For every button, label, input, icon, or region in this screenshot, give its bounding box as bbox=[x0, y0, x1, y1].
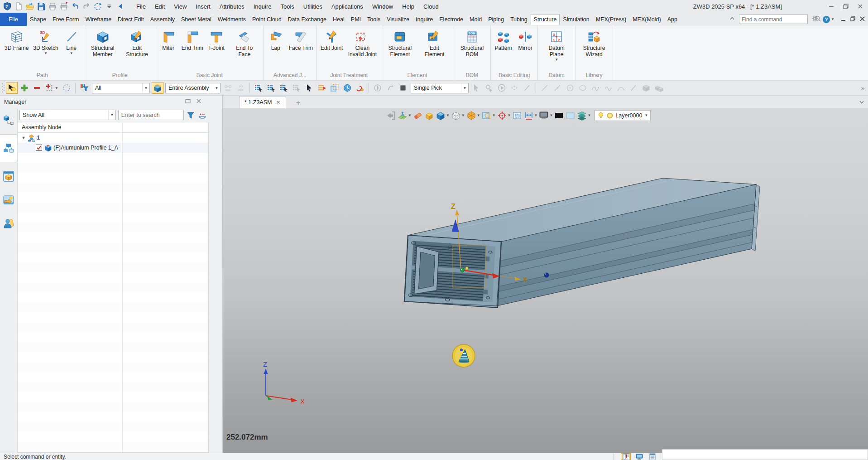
swatch-tool-icon[interactable] bbox=[397, 82, 409, 94]
document-list-icon[interactable] bbox=[648, 453, 657, 460]
pick-list-all-icon[interactable] bbox=[278, 82, 290, 94]
restore-icon[interactable] bbox=[842, 2, 850, 10]
structural-element-button[interactable]: Structural Element bbox=[383, 26, 417, 62]
menu-view[interactable]: View bbox=[169, 1, 191, 12]
new-tab-button[interactable]: + bbox=[293, 98, 303, 108]
show-filter-combo[interactable]: Show All▼ bbox=[19, 110, 116, 120]
pick-list-first-icon[interactable] bbox=[253, 82, 264, 94]
entity-filter-combo[interactable]: All▼ bbox=[92, 83, 150, 93]
tab-app[interactable]: App bbox=[664, 14, 681, 25]
regen-button[interactable] bbox=[93, 1, 103, 11]
pick-list-prev-icon[interactable] bbox=[265, 82, 277, 94]
toolbar-grip[interactable] bbox=[2, 82, 5, 93]
close-icon[interactable] bbox=[856, 2, 864, 10]
tab-free-form[interactable]: Free Form bbox=[49, 14, 82, 25]
menu-tools[interactable]: Tools bbox=[276, 1, 299, 12]
tab-piping[interactable]: Piping bbox=[485, 14, 507, 25]
toolbar-overflow-icon[interactable]: » bbox=[861, 85, 866, 92]
help-icon[interactable]: ?▼ bbox=[822, 15, 834, 24]
add-entity-icon[interactable] bbox=[19, 82, 30, 94]
sidebar-visual-manager[interactable] bbox=[1, 190, 16, 209]
customize-quick-access-button[interactable] bbox=[104, 1, 114, 11]
3d-frame-button[interactable]: 3D Frame bbox=[2, 26, 31, 55]
tree-row[interactable]: ▼1 bbox=[18, 133, 208, 143]
document-tab[interactable]: * 1.Z3ASM ✕ bbox=[239, 96, 286, 108]
structural-bom-button[interactable]: BOMStructural BOM bbox=[455, 26, 489, 62]
end-to-face-button[interactable]: End To Face bbox=[227, 26, 262, 62]
chevron-down-icon[interactable]: ▼ bbox=[644, 113, 648, 117]
tree-search[interactable] bbox=[118, 110, 184, 120]
pattern-pick-icon[interactable]: ▼ bbox=[44, 82, 60, 94]
curve-pick-icon[interactable] bbox=[354, 82, 366, 94]
tab-wireframe[interactable]: Wireframe bbox=[82, 14, 115, 25]
selection-scope-combo[interactable]: Entire Assembly▼ bbox=[165, 83, 221, 93]
tab-simulation[interactable]: Simulation bbox=[560, 14, 592, 25]
menu-applications[interactable]: Applications bbox=[327, 1, 368, 12]
render-mode-icon[interactable]: ▼ bbox=[466, 110, 481, 121]
exit-environment-icon[interactable] bbox=[386, 110, 397, 121]
t-joint-button[interactable]: T-Joint bbox=[206, 26, 227, 55]
tab-structure[interactable]: Structure bbox=[531, 14, 560, 25]
zoom-tools-icon[interactable]: ▼ bbox=[481, 110, 496, 121]
lasso-select-icon[interactable] bbox=[61, 82, 72, 94]
tab-weldments[interactable]: Weldments bbox=[215, 14, 249, 25]
miter-button[interactable]: Miter bbox=[158, 26, 179, 55]
new-file-button[interactable] bbox=[14, 1, 24, 11]
beacon-indicator[interactable] bbox=[452, 344, 475, 367]
panel-close-icon[interactable] bbox=[196, 98, 202, 106]
menu-cloud[interactable]: Cloud bbox=[419, 1, 443, 12]
command-search[interactable] bbox=[739, 15, 808, 24]
tree-search-input[interactable] bbox=[119, 110, 183, 120]
tab-mex-mold-[interactable]: MEX(Mold) bbox=[629, 14, 664, 25]
edit-joint-button[interactable]: Edit Joint bbox=[318, 26, 345, 55]
doc-close-icon[interactable] bbox=[859, 15, 865, 24]
background-settings-icon[interactable]: ▼ bbox=[538, 110, 553, 121]
monitor-display-icon[interactable] bbox=[635, 453, 644, 460]
panel-toggle-icon[interactable] bbox=[621, 453, 631, 460]
tab-heal[interactable]: Heal bbox=[330, 14, 348, 25]
visibility-checkbox[interactable] bbox=[36, 145, 42, 151]
clean-invalid-joint-button[interactable]: Clean Invalid Joint bbox=[345, 26, 379, 62]
print-batch-button[interactable] bbox=[59, 1, 69, 11]
sidebar-assembly-tree[interactable] bbox=[0, 134, 17, 162]
history-regen-icon[interactable] bbox=[341, 82, 353, 94]
color-swatch-black-icon[interactable] bbox=[554, 110, 565, 121]
menu-attributes[interactable]: Attributes bbox=[215, 1, 249, 12]
layer-display-icon[interactable]: ▼ bbox=[576, 110, 591, 121]
tab-electrode[interactable]: Electrode bbox=[436, 14, 466, 25]
tab-sheet-metal[interactable]: Sheet Metal bbox=[178, 14, 215, 25]
viewport[interactable]: ▼▼▼▼▼▼▼▼▼Layer0000▼ bbox=[223, 108, 868, 453]
sidebar-manager-history[interactable] bbox=[1, 111, 16, 130]
mirror-button[interactable]: Mirror bbox=[514, 26, 536, 55]
pick-pointer-icon[interactable] bbox=[303, 82, 315, 94]
clear-filter-icon[interactable] bbox=[197, 110, 208, 120]
sidebar-view-manager[interactable] bbox=[1, 167, 16, 186]
pattern-button[interactable]: Pattern bbox=[492, 26, 514, 55]
app-logo-button[interactable]: Z bbox=[2, 1, 12, 11]
tab-pmi[interactable]: PMI bbox=[348, 14, 364, 25]
selection-scope-icon-icon[interactable] bbox=[152, 82, 163, 94]
zoom-window-icon[interactable] bbox=[512, 110, 523, 121]
structural-member-button[interactable]: Structural Member bbox=[86, 26, 120, 62]
tab-mold[interactable]: Mold bbox=[466, 14, 485, 25]
color-swatch-light-icon[interactable] bbox=[565, 110, 576, 121]
redo-button[interactable] bbox=[82, 1, 91, 11]
column-divider[interactable] bbox=[122, 122, 123, 452]
edit-element-button[interactable]: Edit Element bbox=[417, 26, 451, 62]
tab-tools[interactable]: Tools bbox=[364, 14, 384, 25]
file-tab[interactable]: File bbox=[0, 13, 27, 26]
line-button[interactable]: Line▼ bbox=[61, 26, 82, 55]
tab-shape[interactable]: Shape bbox=[27, 14, 49, 25]
menu-help[interactable]: Help bbox=[398, 1, 419, 12]
3d-sketch-button[interactable]: 3D3D Sketch▼ bbox=[31, 26, 60, 55]
layer-control[interactable]: Layer0000▼ bbox=[595, 110, 651, 121]
part-aluminium-profile[interactable] bbox=[404, 178, 760, 308]
menu-utilities[interactable]: Utilities bbox=[299, 1, 327, 12]
fit-all-icon[interactable]: ▼ bbox=[523, 110, 538, 121]
tab-direct-edit[interactable]: Direct Edit bbox=[115, 14, 147, 25]
collapse-ribbon-icon[interactable] bbox=[729, 15, 736, 24]
gear-icon[interactable] bbox=[811, 15, 819, 24]
tree-row[interactable]: (F)Alumunium Profile 1_A bbox=[18, 143, 208, 153]
tab-data-exchange[interactable]: Data Exchange bbox=[285, 14, 330, 25]
datum-display-icon[interactable]: ▼ bbox=[397, 110, 412, 121]
